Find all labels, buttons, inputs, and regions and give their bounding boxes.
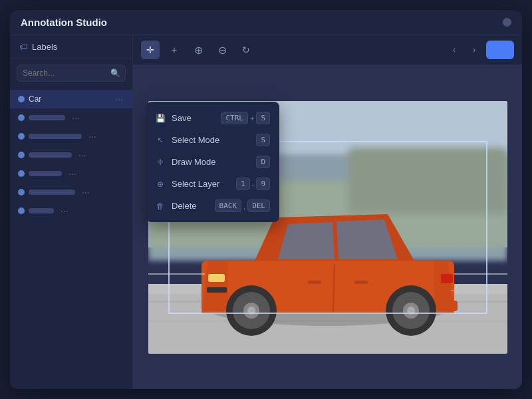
label-dot (18, 152, 25, 158)
label-dot (18, 114, 25, 121)
delete-keys: BACK , DEL (215, 200, 270, 212)
label-more-btn[interactable]: ··· (76, 150, 89, 160)
search-box: 🔍 (17, 65, 126, 82)
main-content: 🏷 Labels 🔍 Car ··· ··· (10, 35, 522, 389)
draw-mode-keys: D (256, 156, 270, 168)
label-more-btn[interactable]: ··· (112, 94, 126, 104)
select-layer-icon: ⊕ (156, 180, 165, 189)
prev-btn[interactable]: ‹ (446, 42, 462, 58)
label-item-car[interactable]: Car ··· (10, 90, 132, 108)
list-item[interactable]: ··· (10, 164, 132, 183)
svg-point-27 (407, 307, 415, 315)
key-d: D (256, 156, 270, 168)
svg-rect-13 (308, 281, 321, 284)
label-dot (18, 170, 25, 177)
svg-line-11 (334, 222, 336, 259)
shortcut-delete-label: Delete (172, 201, 208, 211)
shortcut-select-mode[interactable]: ↖ Select Mode S (146, 129, 279, 151)
add-tool-btn[interactable]: + (165, 41, 184, 59)
label-icon: 🏷 (19, 42, 28, 52)
key-ctrl: CTRL (221, 112, 248, 124)
svg-rect-16 (207, 287, 227, 293)
image-container: 💾 Save CTRL + S ↖ Select Mode S (133, 65, 522, 389)
sidebar: 🏷 Labels 🔍 Car ··· ··· (10, 35, 133, 389)
key-s2: S (256, 134, 270, 146)
shortcut-save-label: Save (172, 113, 214, 123)
list-item[interactable]: ··· (10, 127, 132, 146)
sidebar-header: 🏷 Labels (10, 35, 132, 59)
list-item[interactable]: ··· (10, 108, 132, 127)
toolbar: ✛ + ⊕ ⊖ ↻ ‹ › (133, 35, 522, 65)
label-dot (18, 133, 25, 140)
app-title: Annotation Studio (21, 17, 107, 28)
label-more-btn[interactable]: ··· (66, 168, 79, 179)
shortcut-draw-mode[interactable]: ✛ Draw Mode D (146, 151, 279, 173)
shortcut-select-label: Select Mode (172, 135, 249, 145)
label-bar (29, 190, 75, 195)
select-mode-icon: ↖ (156, 136, 165, 145)
action-btn[interactable] (486, 41, 514, 59)
label-dot (18, 207, 25, 214)
key-dash: - (252, 180, 255, 188)
save-icon: 💾 (156, 114, 165, 123)
label-bar (29, 152, 72, 158)
select-layer-keys: 1 - 9 (236, 178, 270, 190)
key-9: 9 (256, 178, 270, 190)
zoom-in-btn[interactable]: ⊕ (189, 41, 207, 59)
zoom-out-btn[interactable]: ⊖ (213, 41, 231, 59)
key-plus: + (250, 114, 254, 122)
reset-btn[interactable]: ↻ (237, 41, 255, 59)
search-icon: 🔍 (110, 68, 120, 78)
toolbar-right: ‹ › (446, 41, 514, 59)
list-item[interactable]: ··· (10, 146, 132, 164)
shortcut-save[interactable]: 💾 Save CTRL + S (146, 107, 279, 129)
title-bar: Annotation Studio (10, 10, 522, 35)
delete-icon: 🗑 (156, 201, 165, 211)
app-window: Annotation Studio 🏷 Labels 🔍 Car ··· (10, 10, 522, 389)
svg-rect-14 (354, 281, 368, 284)
label-dot (18, 189, 25, 196)
search-input[interactable] (17, 65, 126, 82)
key-s: S (256, 112, 270, 124)
draw-mode-icon: ✛ (156, 158, 165, 167)
list-item[interactable]: ··· (10, 201, 132, 220)
label-bar (29, 208, 54, 213)
save-keys: CTRL + S (221, 112, 270, 124)
select-tool-btn[interactable]: ✛ (141, 41, 160, 59)
label-more-btn[interactable]: ··· (58, 205, 71, 216)
key-1: 1 (236, 178, 250, 190)
key-comma: , (243, 202, 245, 210)
label-bar (29, 134, 82, 139)
svg-rect-18 (441, 274, 453, 283)
sidebar-title: Labels (32, 42, 57, 52)
label-bar (29, 115, 65, 120)
list-item[interactable]: ··· (10, 183, 132, 201)
label-list: Car ··· ··· ··· ··· (10, 87, 132, 389)
svg-rect-4 (348, 148, 507, 214)
window-close-btn[interactable] (503, 18, 511, 27)
key-del: DEL (247, 200, 270, 212)
shortcut-menu: 💾 Save CTRL + S ↖ Select Mode S (146, 102, 279, 222)
label-more-btn[interactable]: ··· (69, 112, 82, 123)
shortcut-delete[interactable]: 🗑 Delete BACK , DEL (146, 195, 279, 217)
label-bar (29, 171, 62, 176)
shortcut-select-layer[interactable]: ⊕ Select Layer 1 - 9 (146, 173, 279, 195)
select-mode-keys: S (256, 134, 270, 146)
canvas-area: ✛ + ⊕ ⊖ ↻ ‹ › (133, 35, 522, 389)
svg-rect-15 (208, 274, 225, 282)
label-name: Car (29, 94, 108, 104)
label-dot (18, 96, 25, 102)
shortcut-layer-label: Select Layer (172, 179, 229, 189)
next-btn[interactable]: › (466, 42, 482, 58)
key-back: BACK (215, 200, 242, 212)
shortcut-draw-label: Draw Mode (172, 157, 249, 167)
svg-point-23 (247, 307, 255, 315)
label-more-btn[interactable]: ··· (86, 131, 99, 142)
label-more-btn[interactable]: ··· (79, 187, 92, 198)
svg-rect-19 (438, 301, 458, 311)
